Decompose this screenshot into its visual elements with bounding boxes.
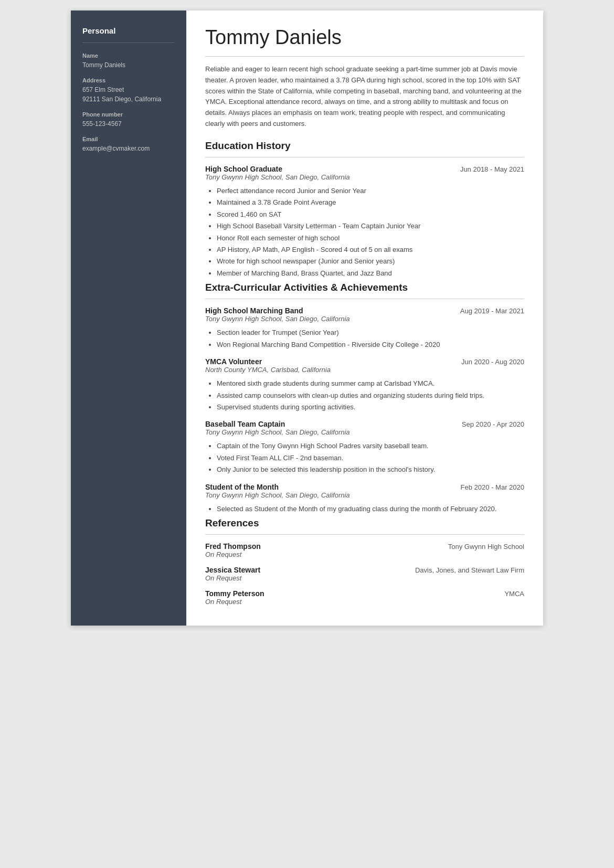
education-entry-subtitle-0: Tony Gwynn High School, San Diego, Calif…	[205, 173, 524, 181]
extra-entry-header-2: Baseball Team Captain Sep 2020 - Apr 202…	[205, 420, 524, 428]
resume-wrapper: Personal Name Tommy Daniels Address 657 …	[71, 10, 543, 626]
address-label: Address	[82, 77, 175, 83]
extra-bullet-1-0: Mentored sixth grade students during sum…	[217, 378, 524, 389]
education-entry-header-0: High School Graduate Jun 2018 - May 2021	[205, 165, 524, 173]
edu-bullet-3: High School Baseball Varsity Letterman -…	[217, 220, 524, 231]
extra-bullet-1-1: Assisted camp counselors with clean-up d…	[217, 390, 524, 401]
reference-header-2: Tommy Peterson YMCA	[205, 589, 524, 598]
extra-bullet-0-1: Won Regional Marching Band Competition -…	[217, 339, 524, 350]
extra-entry-0: High School Marching Band Aug 2019 - Mar…	[205, 306, 524, 350]
education-heading: Education History	[205, 140, 524, 152]
extra-bullets-0: Section leader for Trumpet (Senior Year)…	[205, 327, 524, 350]
sidebar-section-title: Personal	[82, 26, 175, 35]
education-bullets-0: Perfect attendance record Junior and Sen…	[205, 185, 524, 279]
edu-bullet-1: Maintained a 3.78 Grade Point Average	[217, 197, 524, 208]
extra-entry-date-0: Aug 2019 - Mar 2021	[460, 307, 524, 315]
extra-entry-title-3: Student of the Month	[205, 483, 279, 491]
extra-entry-date-1: Jun 2020 - Aug 2020	[461, 358, 524, 366]
reference-header-0: Fred Thompson Tony Gwynn High School	[205, 542, 524, 551]
extra-bullets-1: Mentored sixth grade students during sum…	[205, 378, 524, 412]
extra-entry-date-3: Feb 2020 - Mar 2020	[461, 483, 524, 491]
extra-entry-subtitle-1: North County YMCA, Carlsbad, California	[205, 366, 524, 374]
reference-detail-1: On Request	[205, 574, 524, 582]
extra-bullet-3-0: Selected as Student of the Month of my g…	[217, 503, 524, 514]
references-heading: References	[205, 517, 524, 529]
reference-name-2: Tommy Peterson	[205, 589, 264, 598]
extra-entry-header-0: High School Marching Band Aug 2019 - Mar…	[205, 306, 524, 315]
phone-label: Phone number	[82, 111, 175, 118]
extra-entry-1: YMCA Volunteer Jun 2020 - Aug 2020 North…	[205, 357, 524, 412]
reference-org-0: Tony Gwynn High School	[448, 543, 524, 551]
email-label: Email	[82, 136, 175, 142]
extra-entry-date-2: Sep 2020 - Apr 2020	[462, 420, 524, 428]
extra-bullet-2-1: Voted First Team ALL CIF - 2nd baseman.	[217, 452, 524, 463]
extra-bullets-3: Selected as Student of the Month of my g…	[205, 503, 524, 514]
reference-header-1: Jessica Stewart Davis, Jones, and Stewar…	[205, 566, 524, 574]
education-entry-title-0: High School Graduate	[205, 165, 282, 173]
extra-entry-header-3: Student of the Month Feb 2020 - Mar 2020	[205, 483, 524, 491]
email-value: example@cvmaker.com	[82, 144, 175, 153]
extra-entry-subtitle-0: Tony Gwynn High School, San Diego, Calif…	[205, 315, 524, 323]
reference-detail-0: On Request	[205, 551, 524, 558]
address-line2: 92111 San Diego, California	[82, 94, 175, 104]
edu-bullet-5: AP History, AP Math, AP English - Scored…	[217, 244, 524, 255]
references-divider	[205, 534, 524, 535]
edu-bullet-4: Honor Roll each semester of high school	[217, 232, 524, 244]
extra-entry-subtitle-3: Tony Gwynn High School, San Diego, Calif…	[205, 491, 524, 499]
extra-bullet-1-2: Supervised students during sporting acti…	[217, 401, 524, 412]
extra-bullet-0-0: Section leader for Trumpet (Senior Year)	[217, 327, 524, 338]
edu-bullet-6: Wrote for high school newspaper (Junior …	[217, 256, 524, 267]
extra-bullets-2: Captain of the Tony Gwynn High School Pa…	[205, 440, 524, 475]
extra-entry-3: Student of the Month Feb 2020 - Mar 2020…	[205, 483, 524, 514]
extracurricular-divider	[205, 299, 524, 299]
extra-entry-title-2: Baseball Team Captain	[205, 420, 285, 428]
extra-entry-title-0: High School Marching Band	[205, 306, 303, 315]
extra-entry-title-1: YMCA Volunteer	[205, 357, 262, 366]
reference-detail-2: On Request	[205, 598, 524, 606]
reference-org-2: YMCA	[504, 590, 524, 598]
reference-name-0: Fred Thompson	[205, 542, 261, 551]
edu-bullet-7: Member of Marching Band, Brass Quartet, …	[217, 268, 524, 279]
main-content: Tommy Daniels Reliable and eager to lear…	[186, 10, 543, 626]
edu-bullet-2: Scored 1,460 on SAT	[217, 209, 524, 220]
reference-entry-1: Jessica Stewart Davis, Jones, and Stewar…	[205, 566, 524, 582]
summary-text: Reliable and eager to learn recent high …	[205, 64, 524, 130]
name-label: Name	[82, 52, 175, 59]
reference-name-1: Jessica Stewart	[205, 566, 260, 574]
address-line1: 657 Elm Street	[82, 85, 175, 94]
reference-entry-0: Fred Thompson Tony Gwynn High School On …	[205, 542, 524, 558]
education-divider	[205, 157, 524, 157]
reference-entry-2: Tommy Peterson YMCA On Request	[205, 589, 524, 606]
education-entry-0: High School Graduate Jun 2018 - May 2021…	[205, 165, 524, 279]
extra-bullet-2-2: Only Junior to be selected this leadersh…	[217, 464, 524, 475]
education-entry-date-0: Jun 2018 - May 2021	[460, 165, 524, 173]
name-value: Tommy Daniels	[82, 60, 175, 70]
extra-entry-header-1: YMCA Volunteer Jun 2020 - Aug 2020	[205, 357, 524, 366]
extra-entry-subtitle-2: Tony Gwynn High School, San Diego, Calif…	[205, 428, 524, 436]
name-divider	[205, 56, 524, 57]
edu-bullet-0: Perfect attendance record Junior and Sen…	[217, 185, 524, 196]
sidebar: Personal Name Tommy Daniels Address 657 …	[71, 10, 186, 626]
candidate-name: Tommy Daniels	[205, 26, 524, 49]
extra-entry-2: Baseball Team Captain Sep 2020 - Apr 202…	[205, 420, 524, 475]
extracurricular-heading: Extra-Curricular Activities & Achievemen…	[205, 282, 524, 293]
phone-value: 555-123-4567	[82, 119, 175, 129]
reference-org-1: Davis, Jones, and Stewart Law Firm	[415, 566, 524, 574]
extra-bullet-2-0: Captain of the Tony Gwynn High School Pa…	[217, 440, 524, 451]
